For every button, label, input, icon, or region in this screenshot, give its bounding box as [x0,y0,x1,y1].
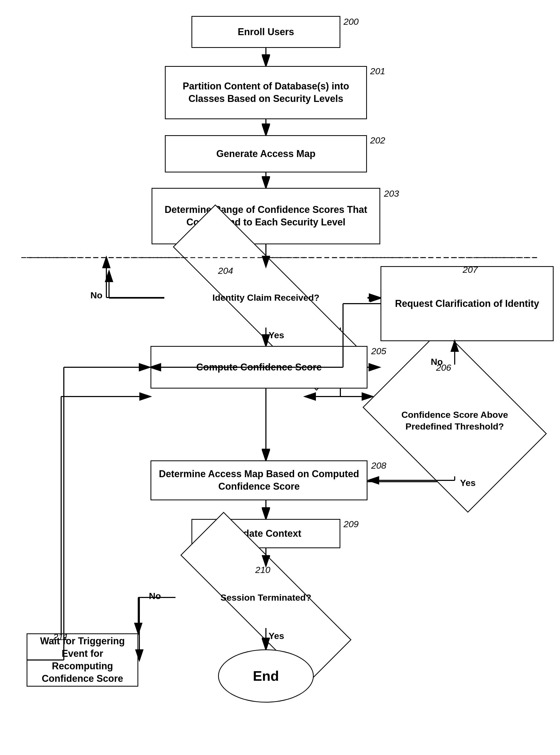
no-label-session: No [149,591,161,601]
num-211: 211 [53,632,68,642]
num-202: 202 [370,135,385,146]
request-clarification-box: Request Clarification of Identity [381,266,554,341]
request-clarification-label: Request Clarification of Identity [395,297,539,310]
no-label-identity: No [91,290,102,301]
enroll-users-label: Enroll Users [238,26,294,38]
num-201: 201 [370,66,385,76]
num-209: 209 [343,519,359,529]
session-terminated-label: Session Terminated? [220,592,311,603]
partition-box: Partition Content of Database(s) into Cl… [165,66,367,119]
end-oval: End [218,650,314,702]
yes-label-confidence: Yes [460,478,476,488]
no-label-confidence: No [431,356,443,367]
num-207: 207 [463,265,478,275]
yes-label-session: Yes [268,631,284,641]
diagram-container: Enroll Users 200 Partition Content of Da… [0,0,560,755]
partition-label: Partition Content of Database(s) into Cl… [171,80,361,105]
generate-access-map-label: Generate Access Map [217,148,316,160]
enroll-users-box: Enroll Users [192,16,340,48]
end-label: End [253,668,279,684]
compute-confidence-label: Compute Confidence Score [196,361,322,374]
session-terminated-diamond: Session Terminated? [176,567,356,628]
num-205: 205 [371,346,386,356]
identity-claim-diamond: Identity Claim Received? [164,268,367,328]
num-204: 204 [218,266,233,276]
compute-confidence-box: Compute Confidence Score [151,346,367,389]
confidence-above-diamond: Confidence Score Above Predefined Thresh… [380,365,529,476]
wait-triggering-box: Wait for Triggering Event for Recomputin… [26,633,138,686]
wait-triggering-label: Wait for Triggering Event for Recomputin… [33,635,132,685]
determine-access-map-box: Determine Access Map Based on Computed C… [151,460,367,500]
determine-access-map-label: Determine Access Map Based on Computed C… [157,468,361,493]
num-200: 200 [343,17,359,27]
yes-label-identity: Yes [268,330,284,341]
num-203: 203 [384,189,399,199]
num-208: 208 [371,460,386,471]
generate-access-map-box: Generate Access Map [165,135,367,172]
identity-claim-label: Identity Claim Received? [213,292,319,303]
num-210: 210 [255,565,271,575]
determine-range-label: Determine Range of Confidence Scores Tha… [158,204,374,229]
confidence-above-label: Confidence Score Above Predefined Thresh… [380,409,529,432]
